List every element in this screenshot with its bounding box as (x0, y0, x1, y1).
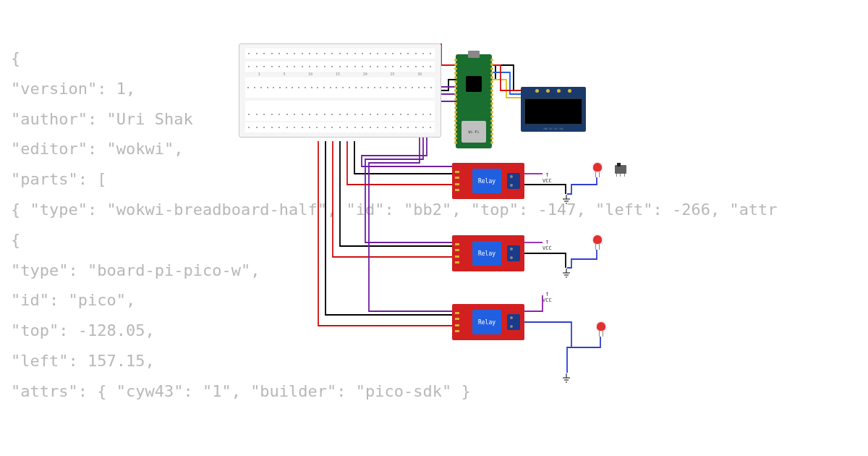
vcc-label: VCC (542, 170, 552, 184)
relay-label: Relay (472, 310, 501, 334)
pico-pins-left (454, 58, 457, 145)
led-1[interactable] (593, 163, 602, 172)
circuit-canvas[interactable]: 151015202530 Wi-Fi GND VCC SCL SDA Relay… (239, 43, 854, 449)
pico-pins-right (490, 58, 493, 145)
oled-display[interactable]: GND VCC SCL SDA (521, 87, 586, 132)
rp2040-chip-icon (466, 76, 482, 92)
oled-pins (532, 89, 575, 95)
relay-terminal-icon (507, 173, 520, 189)
relay-module-1[interactable]: Relay (452, 163, 524, 199)
led-3[interactable] (597, 322, 605, 331)
relay-label: Relay (472, 169, 501, 193)
slide-switch[interactable] (615, 165, 626, 174)
relay-module-3[interactable]: Relay (452, 304, 524, 340)
relay-label: Relay (472, 241, 501, 266)
wifi-module-label: Wi-Fi (461, 121, 486, 143)
relay-terminal-icon (507, 245, 520, 261)
pi-pico-w-board[interactable]: Wi-Fi (456, 54, 492, 148)
ground-symbol-icon (562, 268, 571, 278)
breadboard[interactable]: 151015202530 (239, 43, 441, 138)
breadboard-column-numbers: 151015202530 (247, 72, 433, 76)
led-2[interactable] (593, 235, 602, 244)
usb-connector-icon (468, 51, 480, 58)
vcc-label: VCC (542, 290, 552, 303)
vcc-label: VCC (542, 237, 552, 251)
ground-symbol-icon (562, 194, 571, 204)
ground-symbol-icon (562, 373, 571, 383)
relay-module-2[interactable]: Relay (452, 235, 524, 271)
relay-terminal-icon (507, 314, 520, 330)
oled-screen (524, 98, 582, 124)
oled-pin-labels: GND VCC SCL SDA (521, 127, 586, 130)
